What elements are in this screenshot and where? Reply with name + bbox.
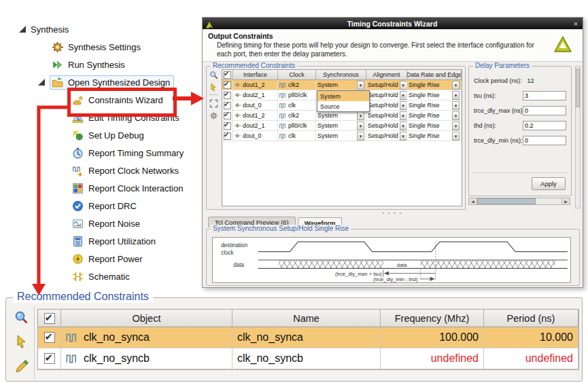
row-checkbox-cell[interactable] [38, 327, 61, 348]
row-checkbox[interactable] [224, 102, 231, 109]
chevron-down-icon[interactable] [452, 111, 460, 120]
chevron-down-icon[interactable] [357, 132, 364, 141]
row-checkbox-cell[interactable] [222, 90, 233, 100]
sidebar-item-set-up-debug[interactable]: Set Up Debug [0, 126, 201, 144]
fit-selection-icon[interactable] [209, 98, 218, 107]
properties-icon[interactable] [209, 111, 218, 119]
header-checkbox-cell[interactable] [38, 310, 61, 327]
synchronous-combo[interactable]: System [316, 121, 366, 131]
chevron-down-icon[interactable] [452, 132, 460, 141]
synchronous-combo[interactable]: System [316, 80, 366, 90]
frequency-cell[interactable]: undefined [381, 348, 484, 369]
row-checkbox-cell[interactable] [38, 348, 61, 369]
search-icon[interactable] [209, 70, 218, 79]
synchronous-combo[interactable]: System [316, 131, 366, 141]
row-checkbox[interactable] [44, 353, 55, 364]
sidebar-item-report-clock-networks[interactable]: Report Clock Networks [0, 162, 201, 179]
object-cell[interactable]: clk_no_syncb [61, 348, 232, 369]
sidebar-item-schematic[interactable]: Schematic [0, 268, 201, 285]
pointer-icon[interactable] [209, 82, 218, 91]
tsu-field[interactable] [523, 91, 566, 100]
sidebar-item-open-synthesized-design[interactable]: Open Synthesized Design [0, 73, 201, 91]
period-cell[interactable]: 10.000 [484, 327, 578, 348]
alignment-combo[interactable]: Setup/Hold [366, 100, 407, 111]
column-header-clock[interactable]: Clock [278, 70, 316, 80]
close-icon[interactable]: × [571, 20, 581, 28]
column-header-interface[interactable]: Interface [233, 70, 278, 80]
dropdown-option-source[interactable]: Source [317, 101, 369, 111]
alignment-combo[interactable]: Setup/Hold [366, 121, 407, 131]
column-header-alignment[interactable]: Alignment [366, 70, 407, 80]
interface-cell[interactable]: dout1_2 [233, 80, 278, 90]
chevron-down-icon[interactable] [452, 101, 460, 110]
sidebar-item-run-synthesis[interactable]: Run Synthesis [0, 56, 201, 73]
sidebar-item-report-utilization[interactable]: Report Utilization [0, 232, 201, 250]
row-checkbox[interactable] [224, 122, 231, 130]
name-cell[interactable]: clk_no_syncb [232, 348, 381, 369]
interface-cell[interactable]: dout1_2 [233, 111, 278, 121]
expand-triangle-icon[interactable] [38, 79, 45, 86]
rate-combo[interactable]: Single Rise [407, 111, 462, 121]
rate-combo[interactable]: Single Rise [407, 80, 462, 90]
select-all-checkbox[interactable] [44, 313, 55, 324]
chevron-down-icon[interactable] [357, 122, 364, 130]
column-header-name[interactable]: Name [232, 310, 381, 327]
sidebar-item-report-drc[interactable]: Report DRC [0, 197, 201, 215]
alignment-combo[interactable]: Setup/Hold [366, 111, 407, 121]
column-header-object[interactable]: Object [61, 310, 232, 327]
name-cell[interactable]: clk_no_synca [232, 327, 381, 348]
clock-cell[interactable]: clk2 [278, 111, 316, 121]
clock-cell[interactable]: clk2 [278, 80, 316, 90]
row-checkbox[interactable] [44, 332, 55, 343]
alignment-combo[interactable]: Setup/Hold [366, 90, 407, 100]
row-checkbox-cell[interactable] [222, 111, 233, 121]
interface-cell[interactable]: dout_0 [233, 100, 278, 111]
sidebar-item-constraints-wizard[interactable]: Constraints Wizard [0, 91, 201, 109]
expand-triangle-icon[interactable] [19, 26, 26, 33]
column-header-period[interactable]: Period (ns) [484, 310, 578, 327]
column-header-synchronous[interactable]: Synchronous [316, 70, 366, 80]
synchronous-combo[interactable]: System [316, 111, 366, 121]
row-checkbox-cell[interactable] [222, 131, 233, 141]
tree-node-synthesis[interactable]: Synthesis [0, 20, 201, 38]
row-checkbox-cell[interactable] [222, 100, 233, 111]
alignment-combo[interactable]: Setup/Hold [366, 80, 407, 90]
trce-dly-min-field[interactable] [523, 136, 566, 145]
vertical-scrollbar[interactable] [575, 66, 581, 208]
row-checkbox-cell[interactable] [222, 80, 233, 90]
chevron-down-icon[interactable] [357, 111, 364, 120]
clock-cell[interactable]: pll0/clk [278, 90, 316, 100]
row-checkbox[interactable] [224, 81, 231, 89]
header-checkbox-cell[interactable] [222, 70, 233, 80]
scroll-left-arrow[interactable]: ◀ [469, 198, 477, 204]
sidebar-item-edit-timing-constraints[interactable]: Edit Timing Constraints [0, 109, 201, 126]
chevron-down-icon[interactable] [357, 81, 364, 90]
scrollbar-thumb[interactable] [576, 69, 580, 107]
row-checkbox[interactable] [224, 92, 231, 99]
chevron-down-icon[interactable] [400, 122, 407, 130]
chevron-down-icon[interactable] [400, 111, 407, 120]
sidebar-item-report-noise[interactable]: Report Noise [0, 215, 201, 232]
sidebar-item-report-clock-interaction[interactable]: Report Clock Interaction [0, 179, 201, 197]
interface-cell[interactable]: dout2_1 [233, 121, 278, 131]
pencil-icon[interactable] [14, 358, 29, 373]
clock-cell[interactable]: clk [278, 131, 316, 141]
alignment-combo[interactable]: Setup/Hold [366, 131, 407, 141]
chevron-down-icon[interactable] [400, 101, 407, 110]
scroll-right-arrow[interactable]: ▶ [561, 198, 570, 204]
row-checkbox[interactable] [224, 112, 231, 119]
dropdown-option-system[interactable]: System [317, 91, 369, 101]
column-header-rate[interactable]: Data Rate and Edge [407, 70, 462, 80]
chevron-down-icon[interactable] [400, 81, 407, 90]
sidebar-item-report-power[interactable]: Report Power [0, 250, 201, 268]
splitter-handle[interactable]: ▪ ▪ ▪ ▪ [203, 211, 583, 215]
chevron-down-icon[interactable] [452, 81, 460, 90]
rate-combo[interactable]: Single Rise [407, 121, 462, 131]
search-icon[interactable] [14, 310, 29, 325]
row-checkbox-cell[interactable] [222, 121, 233, 131]
chevron-down-icon[interactable] [452, 122, 460, 130]
sidebar-item-report-timing-summary[interactable]: Report Timing Summary [0, 144, 201, 162]
rate-combo[interactable]: Single Rise [407, 100, 462, 111]
horizontal-scrollbar[interactable]: ◀ ▶ [468, 198, 570, 205]
clock-cell[interactable]: pll0/clk [278, 121, 316, 131]
